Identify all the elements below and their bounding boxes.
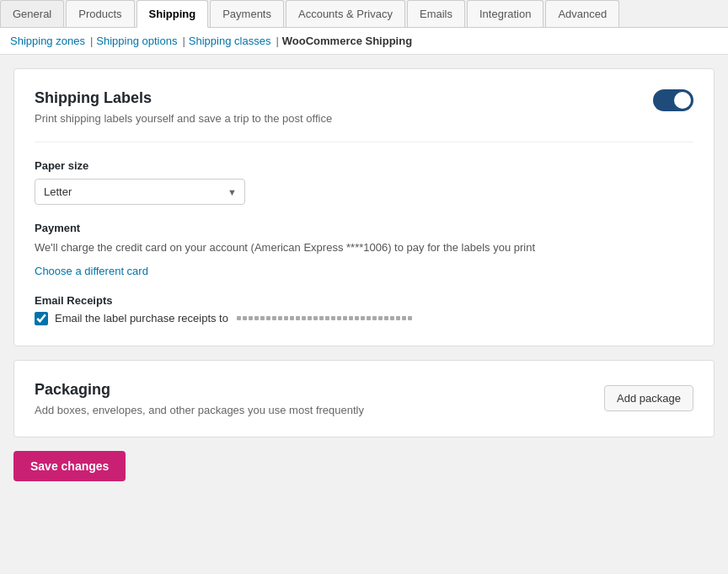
subnav-shipping-classes[interactable]: Shipping classes <box>189 35 271 47</box>
dot <box>390 316 394 320</box>
dot <box>402 316 406 320</box>
dot-group-4 <box>260 316 276 320</box>
dot <box>254 316 259 320</box>
dot <box>319 316 324 320</box>
dot <box>284 316 288 320</box>
dot <box>337 316 341 320</box>
paper-size-select[interactable]: Letter Legal A4 <box>35 179 245 205</box>
tab-shipping[interactable]: Shipping <box>136 0 209 28</box>
dot <box>296 316 300 320</box>
dot <box>331 316 335 320</box>
payment-group: Payment We'll charge the credit card on … <box>35 222 693 277</box>
dot-group-5 <box>278 316 294 320</box>
dot-group-6 <box>296 316 312 320</box>
dot <box>408 316 412 320</box>
dot <box>313 316 318 320</box>
toggle-slider <box>653 89 693 111</box>
dot <box>343 316 347 320</box>
dot-group-9 <box>367 316 377 320</box>
tab-accounts-privacy[interactable]: Accounts & Privacy <box>286 0 405 27</box>
subnav-sep-3: | <box>276 35 278 47</box>
subnav-shipping-zones[interactable]: Shipping zones <box>10 35 85 47</box>
choose-different-card-link[interactable]: Choose a different card <box>35 265 148 277</box>
packaging-title: Packaging <box>35 381 364 399</box>
shipping-labels-header: Shipping Labels Print shipping labels yo… <box>35 89 693 125</box>
email-receipts-group: Email Receipts Email the label purchase … <box>35 294 693 325</box>
shipping-labels-title: Shipping Labels <box>35 89 332 107</box>
tab-general[interactable]: General <box>0 0 64 27</box>
paper-size-label: Paper size <box>35 159 693 172</box>
dot <box>355 316 359 320</box>
dot-group-11 <box>384 316 394 320</box>
dot <box>384 316 388 320</box>
dot <box>349 316 353 320</box>
dot <box>290 316 294 320</box>
email-receipts-checkbox[interactable] <box>35 312 48 325</box>
dot <box>266 316 270 320</box>
sub-navigation: Shipping zones | Shipping options | Ship… <box>0 28 728 55</box>
shipping-labels-info: Shipping Labels Print shipping labels yo… <box>35 89 332 125</box>
tab-products[interactable]: Products <box>66 0 134 27</box>
tab-bar: General Products Shipping Payments Accou… <box>0 0 728 28</box>
paper-size-select-wrapper: Letter Legal A4 ▼ <box>35 179 245 205</box>
email-receipts-row: Email the label purchase receipts to <box>35 312 693 325</box>
tab-advanced[interactable]: Advanced <box>545 0 619 27</box>
dot-group-1 <box>237 316 247 320</box>
dot-group-3 <box>254 316 259 320</box>
dot <box>272 316 276 320</box>
shipping-labels-card: Shipping Labels Print shipping labels yo… <box>13 68 715 346</box>
subnav-shipping-options[interactable]: Shipping options <box>96 35 177 47</box>
main-content: Shipping Labels Print shipping labels yo… <box>0 55 728 495</box>
dot <box>367 316 371 320</box>
dot <box>396 316 400 320</box>
packaging-card: Packaging Add boxes, envelopes, and othe… <box>13 360 715 437</box>
divider-1 <box>35 142 693 142</box>
dot-group-12 <box>396 316 412 320</box>
dot <box>237 316 241 320</box>
payment-title: Payment <box>35 222 693 234</box>
dot <box>243 316 247 320</box>
dot <box>302 316 306 320</box>
dot <box>260 316 265 320</box>
add-package-button[interactable]: Add package <box>604 385 693 411</box>
tab-payments[interactable]: Payments <box>210 0 284 27</box>
subnav-sep-2: | <box>182 35 185 47</box>
payment-description: We'll charge the credit card on your acc… <box>35 239 693 256</box>
packaging-header: Packaging Add boxes, envelopes, and othe… <box>35 381 693 416</box>
email-receipts-title: Email Receipts <box>35 294 693 307</box>
dot <box>361 316 365 320</box>
dot-group-8 <box>337 316 365 320</box>
dot <box>378 316 383 320</box>
shipping-labels-description: Print shipping labels yourself and save … <box>35 112 332 125</box>
save-changes-button[interactable]: Save changes <box>13 451 126 481</box>
dot-group-2 <box>249 316 253 320</box>
dot <box>372 316 377 320</box>
dot <box>278 316 282 320</box>
packaging-info: Packaging Add boxes, envelopes, and othe… <box>35 381 364 416</box>
dot-group-7 <box>313 316 335 320</box>
dot <box>308 316 312 320</box>
shipping-labels-toggle[interactable] <box>653 89 693 111</box>
email-receipts-label: Email the label purchase receipts to <box>55 312 228 325</box>
dot <box>325 316 329 320</box>
subnav-current: WooCommerce Shipping <box>282 35 412 47</box>
paper-size-group: Paper size Letter Legal A4 ▼ <box>35 159 693 205</box>
tab-integration[interactable]: Integration <box>467 0 543 27</box>
dot <box>249 316 253 320</box>
dot-group-10 <box>378 316 383 320</box>
tab-emails[interactable]: Emails <box>407 0 465 27</box>
email-redacted <box>237 316 412 320</box>
subnav-sep-1: | <box>90 35 93 47</box>
packaging-description: Add boxes, envelopes, and other packages… <box>35 404 364 416</box>
